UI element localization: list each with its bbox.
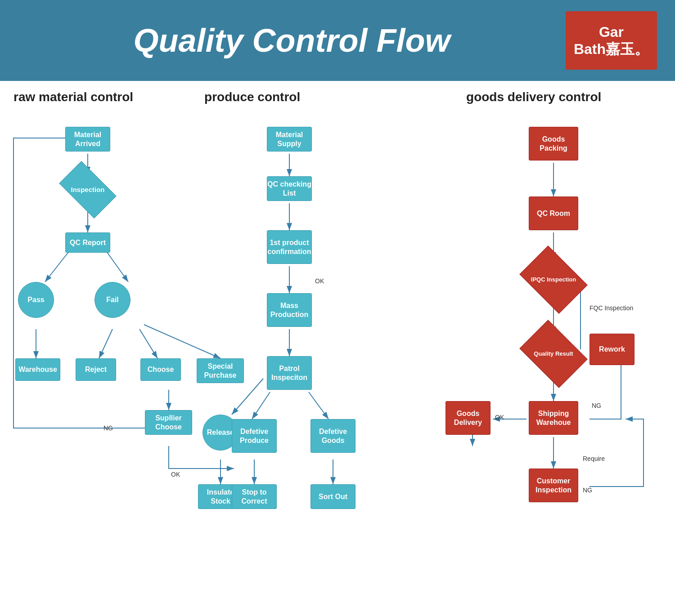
goods-packing-box: Goods Packing	[529, 127, 578, 161]
material-arrived-box: Material Arrived	[65, 127, 110, 152]
quality-result-diamond: Quality Result	[526, 334, 581, 374]
svg-line-9	[144, 325, 220, 358]
svg-line-17	[232, 379, 263, 415]
warehouse-box: Warehouse	[15, 358, 60, 381]
rework-box: Rework	[590, 334, 634, 365]
defetive-goods-box: Defetive Goods	[310, 419, 356, 453]
choose-box: Choose	[140, 358, 181, 381]
diagram-area: Material Arrived Inspection QC Report Pa…	[0, 104, 675, 616]
svg-line-8	[140, 329, 158, 358]
qc-room-box: QC Room	[529, 196, 578, 230]
mass-production-box: Mass Production	[267, 293, 312, 327]
inspection-diamond: Inspection	[63, 174, 112, 205]
svg-line-15	[252, 392, 270, 419]
ok-label-raw: OK	[171, 471, 180, 478]
fqc-label: FQC Inspection	[590, 304, 633, 312]
qc-checking-list-box: QC checking List	[267, 176, 312, 201]
section-headings: raw material control produce control goo…	[0, 81, 675, 104]
svg-line-4	[45, 250, 70, 282]
fail-circle: Fail	[94, 282, 130, 318]
ng-label-customer: NG	[583, 487, 592, 494]
reject-box: Reject	[76, 358, 116, 381]
customer-inspection-box: Customer Inspection	[529, 469, 578, 502]
special-purchase-box: Special Purchase	[197, 358, 244, 383]
section-delivery-title: goods delivery control	[466, 90, 662, 104]
ok-label-delivery: OK	[495, 414, 504, 421]
ipqc-inspection-diamond: IPQC Inspection	[526, 259, 581, 300]
ok-label-produce: OK	[315, 277, 324, 285]
pass-circle: Pass	[18, 282, 54, 318]
patrol-inspection-box: Patrol Inspeciton	[267, 356, 312, 390]
logo-text: GarBath嘉玉。	[574, 23, 649, 58]
svg-line-7	[99, 329, 112, 358]
qc-report-box: QC Report	[65, 232, 110, 253]
header: Quality Control Flow GarBath嘉玉。	[0, 0, 675, 81]
logo: GarBath嘉玉。	[566, 11, 657, 70]
section-raw-title: raw material control	[14, 90, 204, 104]
first-product-box: 1st product confirmation	[267, 230, 312, 264]
section-produce-title: produce control	[204, 90, 466, 104]
material-supply-box: Material Supply	[267, 127, 312, 152]
ng-label-delivery: NG	[592, 402, 601, 409]
sort-out-box: Sort Out	[310, 484, 356, 509]
svg-line-5	[106, 250, 128, 282]
svg-line-16	[309, 392, 328, 419]
goods-delivery-box: Goods Delivery	[446, 401, 490, 435]
page-title: Quality Control Flow	[18, 22, 566, 59]
shipping-warehouse-box: Shipping Warehoue	[529, 401, 578, 435]
stop-to-correct-box: Stop to Correct	[232, 484, 277, 509]
defetive-produce-box: Defetive Produce	[232, 419, 277, 453]
ng-label-raw: NG	[104, 424, 113, 432]
require-label: Require	[583, 455, 605, 462]
supplier-choose-box: Supllier Choose	[145, 410, 192, 435]
